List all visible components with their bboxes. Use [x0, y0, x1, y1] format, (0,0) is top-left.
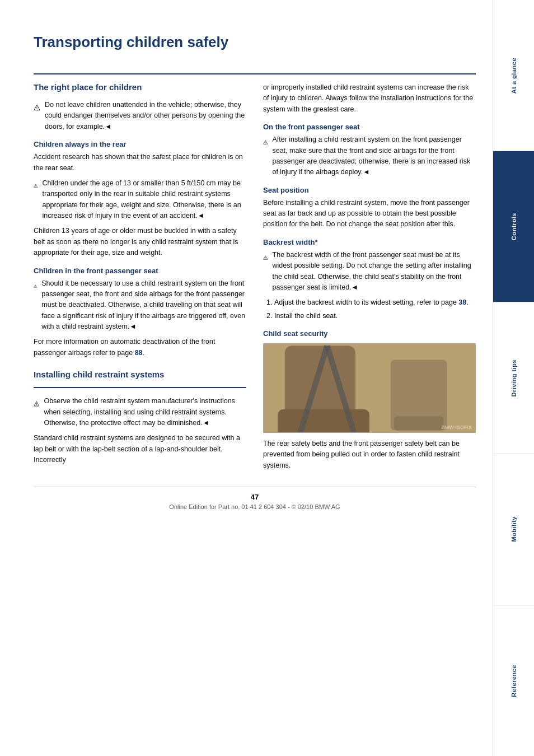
page-footer: 47 Online Edition for Part no. 01 41 2 6… — [34, 487, 476, 510]
subsection2-title: Children in the front passenger seat — [34, 267, 246, 275]
subsection2-warning-block: ! Should it be necessary to use a child … — [34, 278, 246, 333]
svg-text:!: ! — [265, 142, 266, 144]
two-column-layout: The right place for children ! Do not le… — [34, 82, 476, 475]
title-divider — [34, 73, 476, 74]
backrest-steps-list: Adjust the backrest width to its widest … — [263, 297, 476, 321]
seat-position-text: Before installing a child restraint syst… — [263, 198, 476, 230]
warning-icon-6: ! — [263, 250, 268, 265]
page-number: 47 — [34, 493, 476, 501]
main-content: Transporting children safely The right p… — [0, 0, 493, 756]
svg-text:!: ! — [36, 106, 38, 110]
col-right-intro: or improperly installed child restraint … — [263, 82, 476, 115]
subsection1-text2: Children 13 years of age or older must b… — [34, 226, 246, 258]
backrest-step-2: Install the child seat. — [274, 311, 476, 321]
subsection1-warning-text: Children under the age of 13 or smaller … — [43, 178, 246, 222]
sidebar-section-mobility[interactable]: Mobility — [493, 454, 534, 605]
sidebar-label-controls: Controls — [510, 213, 517, 240]
svg-rect-14 — [278, 409, 369, 432]
svg-text:!: ! — [35, 185, 36, 188]
front-seat-warning-text: After installing a child restraint syste… — [272, 134, 476, 178]
subsection1-title: Children always in the rear — [34, 140, 246, 148]
subsection2-warning-text: Should it be necessary to use a child re… — [41, 278, 246, 333]
section1-warning1-block: ! Do not leave children unattended in th… — [34, 100, 246, 132]
child-seat-image: BMW-ISOFIX — [263, 343, 476, 433]
sidebar-label-mobility: Mobility — [510, 516, 517, 542]
child-seat-security-title: Child seat security — [263, 329, 476, 338]
left-column: The right place for children ! Do not le… — [34, 82, 246, 475]
front-seat-warning-block: ! After installing a child restraint sys… — [263, 134, 476, 178]
page-title: Transporting children safely — [34, 34, 476, 57]
backrest-warning-text: The backrest width of the front passenge… — [273, 250, 476, 293]
warning-icon-4: ! — [34, 396, 39, 412]
subsection1-warning-block: ! Children under the age of 13 or smalle… — [34, 178, 246, 222]
sidebar: At a glance Controls Driving tips Mobili… — [493, 0, 534, 756]
image-watermark: BMW-ISOFIX — [442, 424, 472, 430]
warning-icon-5: ! — [263, 134, 268, 150]
backrest-title: Backrest width* — [263, 238, 476, 246]
sidebar-label-reference: Reference — [510, 665, 517, 697]
sidebar-section-controls[interactable]: Controls — [493, 151, 534, 302]
sidebar-label-at-a-glance: At a glance — [510, 58, 517, 94]
backrest-warning-block: ! The backrest width of the front passen… — [263, 250, 476, 293]
warning-icon-1: ! — [34, 100, 40, 115]
warning-icon-2: ! — [34, 178, 38, 194]
page-link-38[interactable]: 38 — [458, 298, 466, 306]
svg-rect-18 — [394, 416, 443, 430]
section1-warning1-text: Do not leave children unattended in the … — [45, 100, 246, 132]
svg-text:!: ! — [35, 285, 36, 287]
warning-icon-3: ! — [34, 278, 37, 294]
section2-text1: Standard child restraint systems are des… — [34, 433, 246, 465]
section2-warning-text: Observe the child restraint system manuf… — [44, 396, 246, 428]
sidebar-section-reference[interactable]: Reference — [493, 605, 534, 756]
right-column: or improperly installed child restraint … — [263, 82, 476, 475]
child-seat-security-text: The rear safety belts and the front pass… — [263, 438, 476, 471]
section2-warning-block: ! Observe the child restraint system man… — [34, 396, 246, 428]
sidebar-section-driving-tips[interactable]: Driving tips — [493, 302, 534, 454]
page-container: Transporting children safely The right p… — [0, 0, 534, 756]
sidebar-section-at-a-glance[interactable]: At a glance — [493, 0, 534, 151]
section1-title: The right place for children — [34, 82, 246, 94]
svg-text:!: ! — [36, 403, 37, 406]
backrest-step-1: Adjust the backrest width to its widest … — [274, 297, 476, 308]
front-seat-title: On the front passenger seat — [263, 123, 476, 131]
subsection1-text1: Accident research has shown that the saf… — [34, 152, 246, 174]
child-seat-image-inner — [264, 344, 475, 432]
page-link-88[interactable]: 88 — [135, 349, 143, 357]
seat-position-title: Seat position — [263, 186, 476, 194]
section2-divider — [34, 387, 246, 388]
subsection2-text1: For more information on automatic deacti… — [34, 337, 246, 358]
section2-title: Installing child restraint systems — [34, 370, 246, 381]
svg-text:!: ! — [265, 256, 266, 259]
sidebar-label-driving-tips: Driving tips — [510, 360, 517, 397]
footer-text: Online Edition for Part no. 01 41 2 604 … — [34, 503, 476, 510]
